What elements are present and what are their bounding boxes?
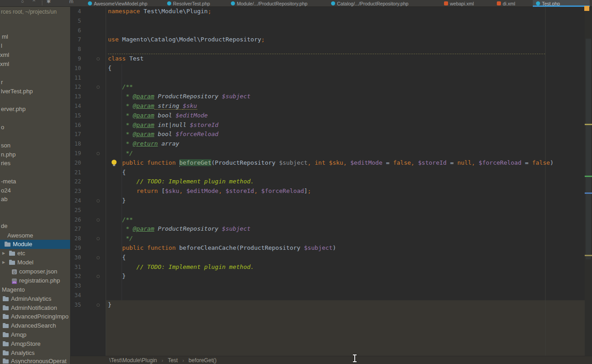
expand-arrow-icon[interactable]: ▶ (2, 249, 5, 258)
tree-item-advancedsearch[interactable]: AdvancedSearch (0, 321, 71, 330)
code-line-34[interactable]: 34 (0, 291, 592, 300)
tree-item-model[interactable]: ▶Model (0, 258, 71, 267)
tree-item-ries[interactable]: ries (0, 159, 71, 168)
line-number[interactable]: 26 (72, 215, 81, 225)
code-line-7[interactable]: 7use Magento\Catalog\Model\ProductReposi… (0, 35, 592, 45)
line-number[interactable]: 32 (72, 272, 81, 281)
line-number[interactable]: 29 (72, 243, 81, 253)
code-line-10[interactable]: 10{ (0, 64, 592, 73)
fold-marker-icon[interactable] (97, 275, 100, 278)
line-number[interactable]: 24 (72, 196, 81, 206)
error-stripe-scrollbar[interactable] (585, 7, 592, 356)
tab-ResolverTest.php[interactable]: ResolverTest.php (164, 0, 213, 7)
fold-marker-icon[interactable] (97, 256, 100, 259)
code-line-19[interactable]: 19 */ (0, 149, 592, 158)
code-line-5[interactable]: 5 (0, 16, 592, 26)
line-number[interactable]: 18 (72, 139, 81, 149)
stripe-mark[interactable] (585, 192, 592, 194)
fold-marker-icon[interactable] (97, 152, 100, 155)
line-number[interactable]: 11 (72, 73, 81, 83)
tree-item-xml[interactable]: xml (0, 51, 71, 60)
tree-item-magento[interactable]: Magento (0, 285, 71, 294)
tree-item-xml[interactable]: xml (0, 60, 71, 69)
code-line-15[interactable]: 15 * @param bool $editMode (0, 111, 592, 121)
fold-marker-icon[interactable] (97, 199, 100, 202)
caret-up-icon[interactable]: ^ (33, 0, 35, 4)
tree-item-r[interactable]: r (0, 78, 71, 87)
code-line-12[interactable]: 12 /** (0, 82, 592, 92)
tree-item-n-php[interactable]: n.php (0, 150, 71, 159)
code-line-24[interactable]: 24 } (0, 196, 592, 206)
breadcrumb-item[interactable]: \Test\Module\Plugin (109, 357, 157, 364)
fold-marker-icon[interactable] (97, 86, 100, 89)
tab-Module/.../ProductRepository.php[interactable]: Module/.../ProductRepository.php (228, 0, 311, 7)
line-number[interactable]: 15 (72, 111, 81, 121)
tab-di.xml[interactable]: di.xml (494, 0, 518, 7)
tree-item-son[interactable]: son (0, 141, 71, 150)
fold-marker-icon[interactable] (97, 218, 100, 222)
line-number[interactable]: 4 (72, 7, 81, 16)
tree-item-o[interactable]: o (0, 123, 71, 132)
inspection-status-square[interactable] (584, 6, 589, 11)
tree-item-awesome[interactable]: Awesome (0, 231, 71, 240)
fold-marker-icon[interactable] (97, 303, 100, 307)
tree-item-l[interactable]: l (0, 41, 71, 51)
line-number[interactable]: 25 (72, 206, 81, 215)
fold-marker-icon[interactable] (97, 237, 100, 240)
line-number[interactable]: 34 (72, 291, 81, 300)
line-number[interactable]: 19 (72, 149, 81, 158)
code-line-13[interactable]: 13 * @param ProductRepository $subject (0, 92, 592, 101)
code-line-4[interactable]: 4namespace Test\Module\Plugin; (0, 7, 592, 16)
code-line-30[interactable]: 30 { (0, 253, 592, 263)
line-number[interactable]: 5 (72, 16, 81, 26)
tree-item-composer-json[interactable]: {}composer.json (0, 267, 71, 276)
code-line-14[interactable]: 14 * @param string $sku (0, 101, 592, 111)
tab-webapi.xml[interactable]: webapi.xml (441, 0, 477, 7)
tree-item-erver-php[interactable]: erver.php (0, 105, 71, 114)
tree-item-o24[interactable]: o24 (0, 186, 71, 195)
tree-item-analytics[interactable]: Analytics (0, 349, 71, 358)
line-number[interactable]: 23 (72, 187, 81, 196)
tree-item-de[interactable]: de (0, 222, 71, 231)
tab-Test.php[interactable]: Test.php (533, 0, 590, 7)
code-line-17[interactable]: 17 * @param bool $forceReload (0, 130, 592, 139)
line-number[interactable]: 9 (72, 54, 81, 64)
line-number[interactable]: 35 (72, 300, 81, 310)
line-number[interactable]: 27 (72, 224, 81, 234)
overflow-m-icon[interactable]: m (69, 0, 73, 4)
tree-item-etc[interactable]: ▶etc (0, 249, 71, 258)
tree-item-asynchronousoperat[interactable]: AsynchronousOperat (0, 357, 71, 364)
line-number[interactable]: 28 (72, 234, 81, 243)
code-line-35[interactable]: 35} (0, 300, 592, 310)
line-number[interactable]: 16 (72, 121, 81, 130)
stripe-mark[interactable] (585, 255, 592, 256)
line-number[interactable]: 31 (72, 263, 81, 272)
breadcrumb-item[interactable]: Test (168, 357, 178, 364)
code-line-32[interactable]: 32 } (0, 272, 592, 281)
stripe-mark[interactable] (585, 176, 592, 177)
line-number[interactable]: 21 (72, 168, 81, 177)
code-line-27[interactable]: 27 * @param ProductRepository $subject (0, 224, 592, 234)
tree-item-ml[interactable]: ml (0, 32, 71, 41)
line-number[interactable]: 22 (72, 177, 81, 187)
line-number[interactable]: 30 (72, 253, 81, 263)
code-line-11[interactable]: 11 (0, 73, 592, 83)
line-number[interactable]: 33 (72, 281, 81, 291)
expand-arrow-icon[interactable]: ▶ (2, 258, 5, 267)
tree-item-amqp[interactable]: Amqp (0, 330, 71, 339)
intention-bulb-icon[interactable] (112, 160, 117, 165)
code-line-25[interactable]: 25 (0, 206, 592, 215)
code-line-29[interactable]: 29 public function beforeCleanCache(Prod… (0, 243, 592, 253)
code-line-31[interactable]: 31 // TODO: Implement plugin method. (0, 263, 592, 272)
tree-item-registration-php[interactable]: registration.php (0, 276, 71, 285)
fold-marker-icon[interactable] (97, 57, 100, 61)
line-number[interactable]: 8 (72, 45, 81, 54)
line-number[interactable]: 7 (72, 35, 81, 45)
code-line-33[interactable]: 33 (0, 281, 592, 291)
code-line-21[interactable]: 21 { (0, 168, 592, 177)
line-number[interactable]: 6 (72, 26, 81, 35)
tab-AwesomeViewModel.php[interactable]: AwesomeViewModel.php (85, 0, 151, 7)
tree-item--meta[interactable]: -meta (0, 177, 71, 186)
circle-icon[interactable]: ○ (21, 0, 24, 4)
line-number[interactable]: 20 (72, 158, 81, 168)
